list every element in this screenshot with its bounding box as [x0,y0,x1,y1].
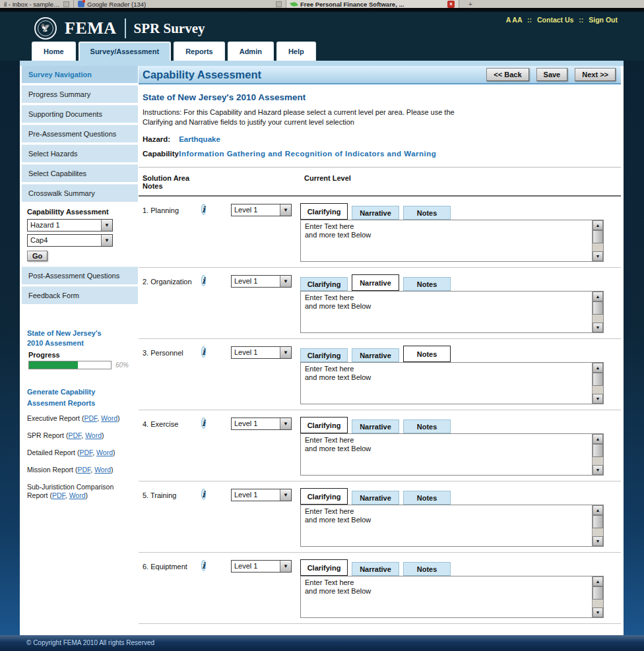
sidebar-item-pre-assessment-questions[interactable]: Pre-Assessment Questions [22,125,138,142]
sidebar-item-progress-summary[interactable]: Progress Summary [22,85,138,103]
notes-textarea[interactable]: Enter Text here and more text Below ▲▼ [300,291,604,333]
info-icon[interactable]: i [201,204,206,215]
scroll-down-icon[interactable]: ▼ [593,536,603,546]
info-icon[interactable]: i [201,418,206,429]
chevron-down-icon[interactable]: ▼ [280,276,291,287]
sidebar-item-feedback-form[interactable]: Feedback Form [22,286,138,304]
scroll-down-icon[interactable]: ▼ [593,323,603,332]
scrollbar[interactable]: ▲▼ [592,434,603,475]
sidebar-item-supporting-documents[interactable]: Supporting Documents [22,105,138,123]
info-icon[interactable]: i [201,489,206,500]
tab-notes[interactable]: Notes [403,562,451,576]
scroll-down-icon[interactable]: ▼ [593,607,603,617]
tab-clarifying[interactable]: Clarifying [300,488,348,505]
chevron-down-icon[interactable]: ▼ [101,220,112,231]
scroll-up-icon[interactable]: ▲ [593,434,603,444]
tab-clarifying[interactable]: Clarifying [300,277,348,291]
tab-narrative[interactable]: Narrative [352,419,399,433]
notes-textarea[interactable]: Enter Text here and more text Below ▲▼ [300,220,604,262]
info-icon[interactable]: i [201,560,206,571]
chevron-down-icon[interactable]: ▼ [280,489,291,501]
capability-select[interactable]: Cap4 ▼ [27,234,113,247]
tab-narrative[interactable]: Narrative [352,491,399,505]
chevron-down-icon[interactable]: ▼ [280,418,291,429]
pdf-link[interactable]: PDF [52,491,65,499]
scroll-up-icon[interactable]: ▲ [593,576,603,586]
word-link[interactable]: Word [101,414,117,422]
tab-home[interactable]: Home [32,42,76,61]
word-link[interactable]: Word [85,431,102,439]
notes-textarea[interactable]: Enter Text here and more text Below ▲▼ [300,505,604,547]
pdf-link[interactable]: PDF [79,449,92,456]
chevron-down-icon[interactable]: ▼ [280,204,291,216]
tab-notes[interactable]: Notes [403,277,451,291]
scroll-up-icon[interactable]: ▲ [593,505,603,515]
scroll-thumb[interactable] [593,230,603,243]
scroll-down-icon[interactable]: ▼ [593,465,603,475]
tab-admin[interactable]: Admin [228,42,274,61]
next-button[interactable]: Next >> [575,68,616,81]
pdf-link[interactable]: PDF [77,466,90,474]
sidebar-item-post-assessment-questions[interactable]: Post-Assessment Questions [22,266,138,284]
contact-us-link[interactable]: Contact Us [537,16,573,24]
tab-survey-assessment[interactable]: Survey/Assessment [79,42,172,61]
scroll-up-icon[interactable]: ▲ [593,363,603,373]
scrollbar[interactable]: ▲▼ [592,505,603,546]
sidebar-item-select-capabilities[interactable]: Select Capabilites [22,164,138,182]
hazard-select[interactable]: Hazard 1 ▼ [27,219,113,232]
tab-narrative[interactable]: Narrative [352,206,399,220]
pdf-link[interactable]: PDF [68,431,81,439]
save-button[interactable]: Save [536,68,568,81]
tab-notes[interactable]: Notes [403,419,451,433]
go-button[interactable]: Go [27,251,48,261]
text-size-widget[interactable]: A AA [506,16,523,24]
current-level-select[interactable]: Level 1▼ [231,489,292,501]
close-icon[interactable] [63,1,69,7]
scroll-thumb[interactable] [593,515,603,528]
scroll-up-icon[interactable]: ▲ [593,220,603,230]
tab-notes[interactable]: Notes [403,346,451,362]
tab-clarifying[interactable]: Clarifying [300,203,348,220]
new-tab-button[interactable]: + [459,0,482,8]
current-level-select[interactable]: Level 1▼ [231,560,292,573]
tab-help[interactable]: Help [276,42,316,61]
tab-clarifying[interactable]: Clarifying [300,417,348,433]
tab-clarifying[interactable]: Clarifying [300,348,348,362]
close-icon[interactable]: x [447,1,455,8]
scroll-down-icon[interactable]: ▼ [593,394,603,404]
word-link[interactable]: Word [69,491,86,499]
browser-tab-mail[interactable]: il - Inbox - sample-minded@gmail.com [0,0,74,8]
notes-textarea[interactable]: Enter Text here and more text Below ▲▼ [300,576,604,618]
tab-notes[interactable]: Notes [403,491,451,505]
back-button[interactable]: << Back [486,68,529,81]
browser-tab-finance-active[interactable]: Free Personal Finance Software, ... x [286,0,459,8]
close-icon[interactable] [276,1,282,7]
sidebar-item-select-hazards[interactable]: Select Hazards [22,144,138,162]
tab-narrative[interactable]: Narrative [352,274,399,291]
info-icon[interactable]: i [201,275,206,286]
word-link[interactable]: Word [96,449,113,456]
browser-tab-reader[interactable]: Google Reader (134) [74,0,286,8]
scrollbar[interactable]: ▲▼ [592,292,603,332]
pdf-link[interactable]: PDF [84,414,97,422]
chevron-down-icon[interactable]: ▼ [280,347,291,358]
scrollbar[interactable]: ▲▼ [592,576,603,617]
sign-out-link[interactable]: Sign Out [589,16,618,24]
tab-narrative[interactable]: Narrative [352,348,399,362]
chevron-down-icon[interactable]: ▼ [280,561,291,572]
current-level-select[interactable]: Level 1▼ [231,204,292,216]
word-link[interactable]: Word [94,466,111,474]
notes-textarea[interactable]: Enter Text here and more text Below ▲▼ [300,362,604,404]
scrollbar[interactable]: ▲▼ [592,220,603,261]
info-icon[interactable]: i [201,346,206,357]
tab-narrative[interactable]: Narrative [352,562,399,576]
tab-reports[interactable]: Reports [174,42,225,61]
scroll-thumb[interactable] [593,301,603,315]
current-level-select[interactable]: Level 1▼ [231,275,292,288]
current-level-select[interactable]: Level 1▼ [231,418,292,430]
scroll-up-icon[interactable]: ▲ [593,292,603,301]
tab-notes[interactable]: Notes [403,206,451,220]
chevron-down-icon[interactable]: ▼ [101,235,112,246]
scroll-thumb[interactable] [593,373,603,386]
current-level-select[interactable]: Level 1▼ [231,346,292,359]
